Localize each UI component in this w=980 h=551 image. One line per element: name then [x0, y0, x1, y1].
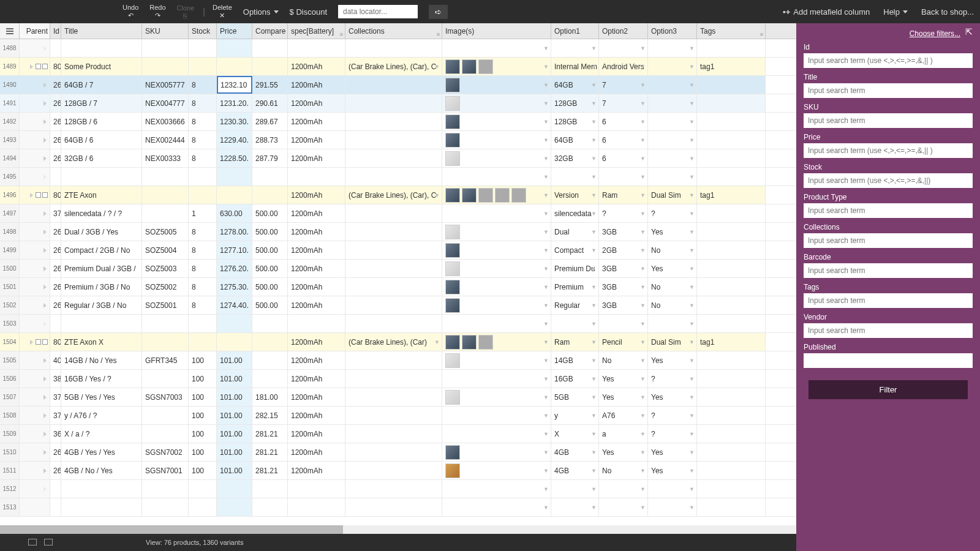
dropdown-icon[interactable]: ▼: [640, 100, 646, 107]
cell-compare[interactable]: 281.21: [252, 443, 288, 461]
cell-price[interactable]: 101.00: [217, 407, 252, 424]
cell-tags[interactable]: [697, 351, 766, 369]
expand-icon[interactable]: [43, 156, 47, 161]
cell-option3[interactable]: Yes▼: [648, 260, 697, 277]
dropdown-icon[interactable]: ▼: [689, 358, 695, 364]
row-gutter[interactable]: [20, 131, 50, 149]
cell-spec[interactable]: 1200mAh: [288, 407, 345, 424]
dropdown-icon[interactable]: ▼: [591, 229, 597, 235]
row-number[interactable]: 1494: [0, 149, 20, 167]
cell-tags[interactable]: [697, 480, 766, 498]
cell-sku[interactable]: SGSN7001: [142, 462, 189, 479]
cell-option2[interactable]: No▼: [599, 462, 648, 479]
cell-title[interactable]: [61, 168, 142, 186]
expand-icon[interactable]: ⇱: [965, 27, 973, 37]
table-row[interactable]: 1513▼▼▼▼: [0, 498, 796, 517]
cell-title[interactable]: ZTE Axon: [61, 186, 142, 204]
table-row[interactable]: 150837y / A76 / ?100101.00282.151200mAh▼…: [0, 407, 796, 425]
cell-price[interactable]: 101.00: [217, 443, 252, 461]
cell-option3[interactable]: ?▼: [648, 425, 697, 443]
thumbnail[interactable]: [478, 188, 493, 203]
dropdown-icon[interactable]: ▼: [591, 486, 597, 492]
cell-option3[interactable]: Yes▼: [648, 388, 697, 406]
cell-option2[interactable]: 7▼: [599, 94, 648, 112]
cell-compare[interactable]: 181.00: [252, 388, 288, 406]
menu-col[interactable]: [0, 23, 20, 39]
dropdown-icon[interactable]: ▼: [591, 64, 597, 70]
cell-images[interactable]: ▼: [442, 260, 551, 277]
cell-title[interactable]: 14GB / No / Yes: [61, 351, 142, 369]
cell-id[interactable]: 26: [50, 260, 61, 277]
row-number[interactable]: 1501: [0, 278, 20, 296]
dropdown-icon[interactable]: ▼: [591, 192, 597, 198]
dropdown-icon[interactable]: ▼: [689, 468, 695, 474]
cell-price[interactable]: 1278.00.: [217, 223, 252, 241]
cell-tags[interactable]: tag1: [697, 58, 766, 75]
cell-option1[interactable]: 4GB▼: [551, 443, 599, 461]
cell-stock[interactable]: 8: [189, 149, 217, 167]
cell-images[interactable]: ▼: [442, 388, 551, 406]
dropdown-icon[interactable]: ▼: [591, 137, 597, 143]
filter-input[interactable]: [804, 173, 973, 188]
col-stock[interactable]: Stock: [189, 23, 217, 39]
row-number[interactable]: 1502: [0, 296, 20, 314]
cell-spec[interactable]: [288, 168, 345, 186]
dropdown-icon[interactable]: ▼: [689, 266, 695, 272]
row-gutter[interactable]: [20, 186, 50, 204]
cell-id[interactable]: [50, 480, 61, 498]
checkbox[interactable]: [42, 64, 48, 69]
cell-compare[interactable]: [252, 498, 288, 516]
thumbnail[interactable]: [445, 390, 460, 405]
cell-tags[interactable]: [697, 94, 766, 112]
thumbnail[interactable]: [445, 243, 460, 258]
dropdown-icon[interactable]: ▼: [689, 156, 695, 162]
dropdown-icon[interactable]: ▼: [689, 339, 695, 345]
row-gutter[interactable]: [20, 113, 50, 130]
cell-spec[interactable]: 1200mAh: [288, 443, 345, 461]
dropdown-icon[interactable]: ▼: [640, 321, 646, 327]
col-collections[interactable]: Collections≡: [345, 23, 442, 39]
row-gutter[interactable]: [20, 388, 50, 406]
cell-option2[interactable]: Android Vers▼: [599, 58, 648, 75]
cell-tags[interactable]: [697, 296, 766, 314]
table-row[interactable]: 1488▼▼▼▼: [0, 39, 796, 58]
cell-spec[interactable]: 1200mAh: [288, 388, 345, 406]
dropdown-icon[interactable]: ▼: [543, 302, 549, 309]
cell-price[interactable]: [217, 480, 252, 498]
cell-images[interactable]: ▼: [442, 94, 551, 112]
table-row[interactable]: 149226128GB / 6NEX00366681230.30.289.671…: [0, 113, 796, 131]
cell-collections[interactable]: [345, 351, 442, 369]
dropdown-icon[interactable]: ▼: [689, 321, 695, 327]
cell-images[interactable]: ▼: [442, 462, 551, 479]
cell-title[interactable]: 64GB / 7: [61, 76, 142, 94]
cell-stock[interactable]: [189, 480, 217, 498]
dropdown-icon[interactable]: ▼: [591, 449, 597, 455]
dropdown-icon[interactable]: ▼: [640, 339, 646, 345]
checkbox[interactable]: [36, 64, 41, 69]
row-gutter[interactable]: [20, 58, 50, 75]
cell-title[interactable]: Regular / 3GB / No: [61, 296, 142, 314]
cell-collections[interactable]: [345, 370, 442, 388]
row-gutter[interactable]: [20, 315, 50, 332]
row-gutter[interactable]: [20, 425, 50, 443]
cell-stock[interactable]: 8: [189, 241, 217, 259]
thumbnail[interactable]: [445, 261, 460, 276]
dropdown-icon[interactable]: ▼: [689, 413, 695, 419]
cell-compare[interactable]: [252, 351, 288, 369]
table-row[interactable]: 150480ZTE Axon X1200mAh(Car Brake Lines)…: [0, 333, 796, 351]
row-gutter[interactable]: [20, 370, 50, 388]
dropdown-icon[interactable]: ▼: [543, 431, 549, 437]
cell-id[interactable]: [50, 168, 61, 186]
cell-option3[interactable]: ▼: [648, 315, 697, 332]
dropdown-icon[interactable]: ▼: [591, 321, 597, 327]
cell-option1[interactable]: ▼: [551, 39, 599, 57]
cell-stock[interactable]: 100: [189, 388, 217, 406]
cell-option1[interactable]: 64GB▼: [551, 131, 599, 149]
dropdown-icon[interactable]: ▼: [543, 413, 549, 419]
cell-images[interactable]: ▼: [442, 333, 551, 351]
cell-option2[interactable]: Yes▼: [599, 443, 648, 461]
horizontal-scrollbar[interactable]: [0, 525, 796, 534]
cell-sku[interactable]: [142, 425, 189, 443]
dropdown-icon[interactable]: ▼: [689, 192, 695, 198]
dropdown-icon[interactable]: ▼: [689, 486, 695, 492]
